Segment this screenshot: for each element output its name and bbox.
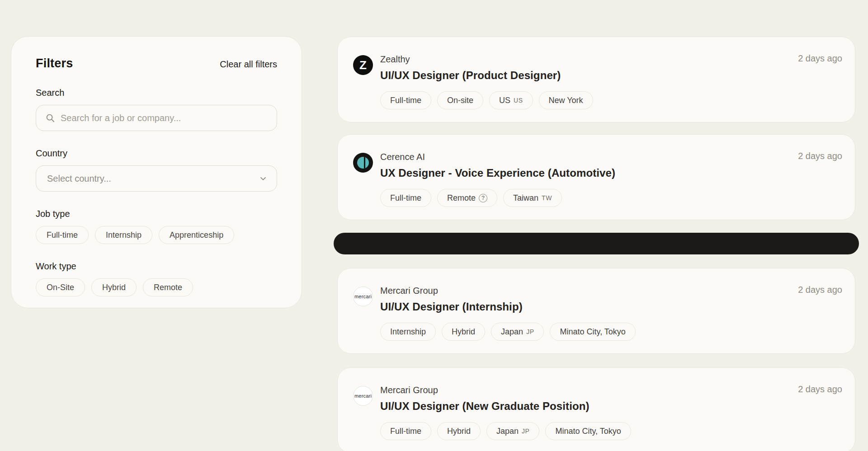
job-card-zealthy[interactable]: Z Zealthy UI/UX Designer (Product Design… <box>337 37 855 122</box>
tag-employment-type: Internship <box>380 323 436 341</box>
tag-work-type: On-site <box>437 91 483 109</box>
country-label: Country <box>36 148 277 159</box>
company-name: Cerence AI <box>380 152 615 162</box>
tag-row: Full-time Hybrid JapanJP Minato City, To… <box>380 422 631 440</box>
country-flag-code: TW <box>542 194 552 202</box>
job-card-mercari-internship[interactable]: mercari Mercari Group UI/UX Designer (In… <box>337 268 855 354</box>
tag-employment-type: Full-time <box>380 422 431 440</box>
tag-country: USUS <box>489 91 533 109</box>
help-icon[interactable]: ? <box>479 194 487 202</box>
tag-country: JapanJP <box>486 422 539 440</box>
country-flag-code: JP <box>522 428 529 435</box>
tag-employment-type: Full-time <box>380 189 431 207</box>
chevron-down-icon <box>259 174 268 183</box>
tag-location: Minato City, Tokyo <box>550 323 635 341</box>
zealthy-logo: Z <box>353 55 373 75</box>
tag-row: Full-time Remote? TaiwanTW <box>380 189 615 207</box>
country-section: Country Select country... <box>36 148 277 192</box>
work-type-on-site-button[interactable]: On-Site <box>36 278 85 296</box>
filters-title: Filters <box>36 56 73 70</box>
search-icon <box>45 113 55 123</box>
job-type-full-time-button[interactable]: Full-time <box>36 226 89 244</box>
search-label: Search <box>36 88 277 98</box>
country-select[interactable]: Select country... <box>36 165 277 192</box>
job-type-internship-button[interactable]: Internship <box>95 226 152 244</box>
clear-all-filters-button[interactable]: Clear all filters <box>220 59 277 70</box>
tag-country: TaiwanTW <box>503 189 562 207</box>
tag-work-type: Hybrid <box>437 422 481 440</box>
search-input[interactable] <box>61 113 268 123</box>
tag-employment-type: Full-time <box>380 91 431 109</box>
job-type-options: Full-time Internship Apprenticeship <box>36 226 277 244</box>
work-type-hybrid-button[interactable]: Hybrid <box>91 278 137 296</box>
tag-row: Internship Hybrid JapanJP Minato City, T… <box>380 323 636 341</box>
country-flag-code: JP <box>526 328 534 335</box>
job-type-section: Job type Full-time Internship Apprentice… <box>36 209 277 244</box>
tag-work-type: Hybrid <box>442 323 485 341</box>
posted-time: 2 days ago <box>798 285 842 295</box>
job-title: UX Designer - Voice Experience (Automoti… <box>380 167 615 179</box>
search-box[interactable] <box>36 105 277 131</box>
job-card-cerence[interactable]: Cerence AI UX Designer - Voice Experienc… <box>337 134 855 220</box>
tag-location: New York <box>539 91 593 109</box>
company-name: Mercari Group <box>380 385 631 395</box>
country-flag-code: US <box>514 97 523 104</box>
work-type-label: Work type <box>36 261 277 272</box>
job-title: UI/UX Designer (Internship) <box>380 301 636 313</box>
posted-time: 2 days ago <box>798 151 842 161</box>
job-type-apprenticeship-button[interactable]: Apprenticeship <box>159 226 234 244</box>
zealthy-logo-letter: Z <box>359 59 367 71</box>
mercari-logo: mercari <box>353 287 373 306</box>
job-card-mercari-new-graduate[interactable]: mercari Mercari Group UI/UX Designer (Ne… <box>337 367 855 451</box>
banner-bar[interactable] <box>334 233 859 254</box>
job-type-label: Job type <box>36 209 277 219</box>
search-section: Search <box>36 88 277 131</box>
cerence-logo <box>353 153 373 173</box>
tag-location: Minato City, Tokyo <box>545 422 631 440</box>
company-name: Mercari Group <box>380 286 636 296</box>
filters-header: Filters Clear all filters <box>36 56 277 70</box>
job-list: Z Zealthy UI/UX Designer (Product Design… <box>337 37 855 451</box>
work-type-remote-button[interactable]: Remote <box>143 278 193 296</box>
work-type-section: Work type On-Site Hybrid Remote <box>36 261 277 296</box>
country-select-placeholder: Select country... <box>47 174 111 184</box>
job-title: UI/UX Designer (New Graduate Position) <box>380 400 631 413</box>
mercari-logo-text: mercari <box>354 294 372 299</box>
tag-work-type: Remote? <box>437 189 497 207</box>
company-name: Zealthy <box>380 54 593 65</box>
mercari-logo-text: mercari <box>354 393 372 399</box>
posted-time: 2 days ago <box>798 384 842 395</box>
posted-time: 2 days ago <box>798 53 842 64</box>
job-title: UI/UX Designer (Product Designer) <box>380 69 593 82</box>
cerence-logo-dot <box>357 157 369 169</box>
tag-row: Full-time On-site USUS New York <box>380 91 593 109</box>
work-type-options: On-Site Hybrid Remote <box>36 278 277 296</box>
mercari-logo: mercari <box>353 386 373 406</box>
tag-country: JapanJP <box>491 323 544 341</box>
filters-panel: Filters Clear all filters Search Country… <box>11 36 302 308</box>
